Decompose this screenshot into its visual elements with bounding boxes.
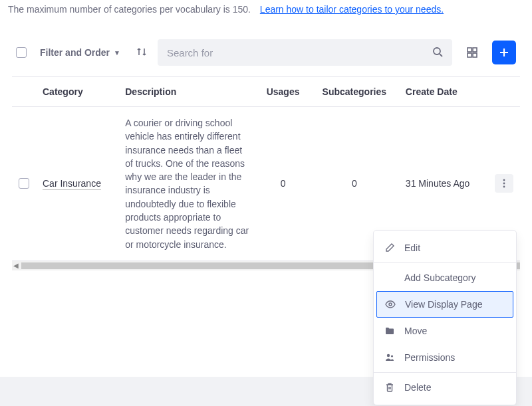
menu-view-display-label: View Display Page	[405, 299, 482, 310]
sort-button[interactable]	[134, 44, 150, 62]
svg-rect-3	[467, 53, 471, 57]
pencil-icon	[384, 243, 395, 253]
svg-point-0	[434, 48, 440, 54]
menu-delete[interactable]: Delete	[374, 374, 516, 401]
col-description[interactable]: Description	[118, 77, 256, 107]
svg-rect-4	[473, 53, 477, 57]
menu-edit-label: Edit	[404, 243, 420, 253]
search-input[interactable]	[167, 47, 432, 58]
menu-permissions[interactable]: Permissions	[374, 344, 516, 371]
select-all-checkbox[interactable]	[16, 47, 27, 58]
notice-text: The maximum number of categories per voc…	[8, 4, 251, 15]
row-actions-button[interactable]	[495, 174, 513, 193]
folder-icon	[384, 327, 395, 335]
category-link[interactable]: Car Insurance	[43, 178, 101, 190]
scroll-left-icon: ◀	[13, 262, 19, 269]
toolbar: Filter and Order ▼	[0, 29, 532, 76]
col-create-date[interactable]: Create Date	[399, 77, 488, 107]
add-button[interactable]	[492, 41, 516, 64]
info-notice: The maximum number of categories per voc…	[0, 0, 532, 29]
table-header-row: Category Description Usages Subcategorie…	[12, 77, 520, 107]
menu-delete-label: Delete	[404, 382, 431, 393]
svg-point-8	[389, 303, 392, 306]
menu-move-label: Move	[404, 326, 427, 336]
menu-view-display-page[interactable]: View Display Page	[376, 291, 513, 318]
col-category[interactable]: Category	[36, 77, 118, 107]
col-usages[interactable]: Usages	[256, 77, 309, 107]
usages-cell: 0	[256, 107, 309, 261]
row-actions-menu: Edit Add Subcategory View Display Page M…	[373, 230, 517, 405]
filter-order-dropdown[interactable]: Filter and Order ▼	[35, 43, 126, 62]
notice-link[interactable]: Learn how to tailor categories to your n…	[260, 4, 444, 15]
menu-move[interactable]: Move	[374, 318, 516, 344]
svg-point-10	[391, 355, 393, 357]
menu-permissions-label: Permissions	[404, 352, 455, 363]
svg-point-5	[503, 179, 505, 181]
menu-separator	[374, 262, 516, 263]
trash-icon	[384, 383, 395, 392]
eye-icon	[385, 300, 396, 308]
permissions-icon	[384, 353, 395, 362]
search-icon	[432, 47, 443, 59]
menu-separator	[374, 372, 516, 373]
row-checkbox[interactable]	[19, 178, 29, 189]
menu-add-subcategory[interactable]: Add Subcategory	[374, 264, 516, 291]
svg-point-7	[503, 186, 505, 188]
filter-order-label: Filter and Order	[40, 47, 110, 58]
svg-rect-1	[467, 48, 471, 52]
menu-edit[interactable]: Edit	[374, 235, 516, 261]
caret-down-icon: ▼	[114, 49, 120, 56]
description-cell: A courier or driving school vehicle has …	[118, 107, 256, 261]
col-subcategories[interactable]: Subcategories	[310, 77, 399, 107]
view-toggle-button[interactable]	[460, 41, 484, 64]
svg-point-6	[503, 183, 505, 185]
svg-point-9	[387, 354, 390, 357]
search-field[interactable]	[158, 39, 452, 66]
svg-rect-2	[473, 48, 477, 52]
menu-add-sub-label: Add Subcategory	[404, 272, 475, 283]
